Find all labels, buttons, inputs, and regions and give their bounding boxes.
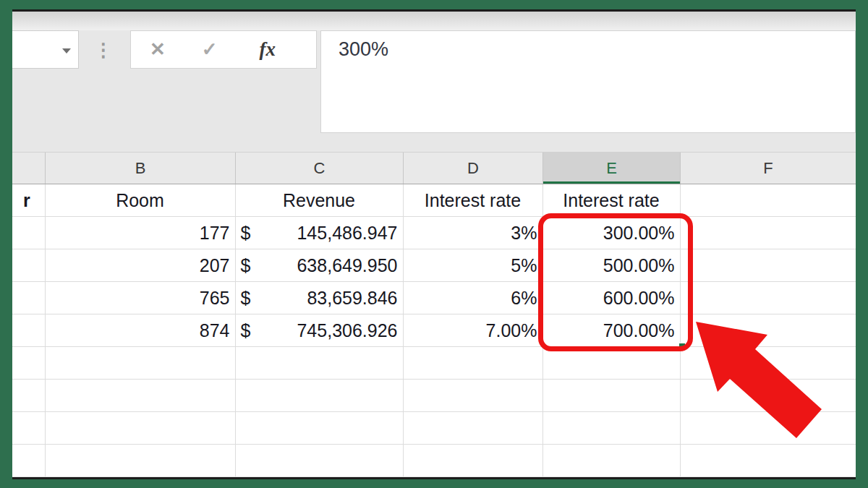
cell[interactable]	[680, 347, 856, 380]
cell-f2[interactable]	[680, 217, 856, 249]
cell[interactable]	[45, 445, 235, 477]
cell-e3-selected[interactable]: 500.00%	[542, 249, 680, 282]
cell-e1-interest-header[interactable]: Interest rate	[542, 184, 680, 217]
cell-d3[interactable]: 5%	[403, 249, 542, 282]
currency-value: 145,486.947	[297, 223, 397, 244]
cell-f5[interactable]	[680, 314, 856, 347]
cell-a3[interactable]	[12, 249, 45, 282]
column-header-c[interactable]: C	[235, 153, 403, 184]
cell[interactable]	[680, 445, 856, 477]
cell-c4[interactable]: $ 83,659.846	[235, 282, 403, 314]
formula-button-group: ✕ ✓ fx	[130, 30, 317, 69]
cell-c5[interactable]: $ 745,306.926	[235, 314, 403, 347]
fill-handle[interactable]	[678, 343, 686, 350]
cell-a4[interactable]	[12, 282, 45, 314]
cell[interactable]	[12, 412, 45, 445]
cell[interactable]	[403, 380, 542, 412]
cell-e2-active[interactable]: 300.00%	[542, 217, 680, 249]
cell-b4[interactable]: 765	[45, 282, 235, 314]
currency-value: 745,306.926	[297, 320, 397, 341]
currency-symbol: $	[241, 288, 251, 309]
cell[interactable]	[680, 380, 856, 412]
cell[interactable]	[235, 380, 403, 412]
empty-row	[12, 445, 856, 477]
formula-bar-drag-handle-icon[interactable]: ⋮	[94, 34, 109, 66]
cell[interactable]	[403, 412, 542, 445]
cancel-button[interactable]: ✕	[150, 38, 166, 61]
empty-row	[12, 412, 856, 445]
cell-a2[interactable]	[12, 217, 45, 249]
cell[interactable]	[542, 380, 680, 412]
cell[interactable]	[45, 347, 235, 380]
column-header-f[interactable]: F	[680, 153, 856, 184]
column-header-e-selected[interactable]: E	[542, 153, 680, 184]
cell[interactable]	[403, 347, 542, 380]
cell-f3[interactable]	[680, 249, 856, 282]
cell-c1-revenue-header[interactable]: Revenue	[235, 184, 403, 217]
cell-f1[interactable]	[680, 184, 856, 217]
enter-button[interactable]: ✓	[202, 38, 218, 61]
cell[interactable]	[45, 412, 235, 445]
cell-b3[interactable]: 207	[45, 249, 235, 282]
empty-row	[12, 347, 856, 380]
data-row: 765 $ 83,659.846 6% 600.00%	[12, 282, 856, 314]
currency-symbol: $	[241, 320, 251, 341]
cell-d2[interactable]: 3%	[403, 217, 542, 249]
excel-screenshot: ⋮ ✕ ✓ fx 300% B C D E F r Room Revenue I…	[0, 0, 868, 488]
cell-d4[interactable]: 6%	[403, 282, 542, 314]
cell[interactable]	[403, 445, 542, 477]
cell-a5[interactable]	[12, 314, 45, 347]
cell[interactable]	[235, 347, 403, 380]
cell[interactable]	[235, 412, 403, 445]
cell[interactable]	[542, 445, 680, 477]
empty-row	[12, 380, 856, 412]
spreadsheet-grid: r Room Revenue Interest rate Interest ra…	[12, 184, 856, 476]
column-header-strip: B C D E F	[12, 152, 856, 184]
column-header-b[interactable]: B	[45, 153, 235, 184]
cell-d5[interactable]: 7.00%	[403, 314, 542, 347]
column-header-d[interactable]: D	[403, 153, 542, 184]
name-box[interactable]	[12, 30, 79, 69]
cell[interactable]	[235, 445, 403, 477]
cell[interactable]	[12, 380, 45, 412]
name-box-dropdown-icon[interactable]	[62, 48, 71, 53]
header-row: r Room Revenue Interest rate Interest ra…	[12, 184, 856, 217]
cell[interactable]	[542, 347, 680, 380]
data-row: 207 $ 638,649.950 5% 500.00%	[12, 249, 856, 282]
cell[interactable]	[680, 412, 856, 445]
cell[interactable]	[542, 412, 680, 445]
cell-b2[interactable]: 177	[45, 217, 235, 249]
formula-bar-input[interactable]: 300%	[320, 30, 856, 133]
data-row: 177 $ 145,486.947 3% 300.00%	[12, 217, 856, 249]
cell-e5-selected[interactable]: 700.00%	[542, 314, 680, 347]
currency-value: 638,649.950	[297, 255, 397, 276]
cell-b5[interactable]: 874	[45, 314, 235, 347]
currency-symbol: $	[241, 255, 251, 276]
currency-symbol: $	[241, 223, 251, 244]
insert-function-button[interactable]: fx	[260, 38, 276, 61]
cell-e4-selected[interactable]: 600.00%	[542, 282, 680, 314]
cell-c2[interactable]: $ 145,486.947	[235, 217, 403, 249]
cell[interactable]	[45, 380, 235, 412]
cell[interactable]	[12, 445, 45, 477]
cell-a1-partial[interactable]: r	[12, 184, 45, 217]
cell-b1-room-header[interactable]: Room	[45, 184, 235, 217]
cell-c3[interactable]: $ 638,649.950	[235, 249, 403, 282]
cell-f4[interactable]	[680, 282, 856, 314]
data-row: 874 $ 745,306.926 7.00% 700.00%	[12, 314, 856, 347]
cell[interactable]	[12, 347, 45, 380]
currency-value: 83,659.846	[307, 288, 397, 309]
column-header-a-sliver[interactable]	[12, 153, 45, 184]
toolbar-gradient-strip	[12, 12, 856, 30]
cell-d1-interest-header[interactable]: Interest rate	[403, 184, 542, 217]
